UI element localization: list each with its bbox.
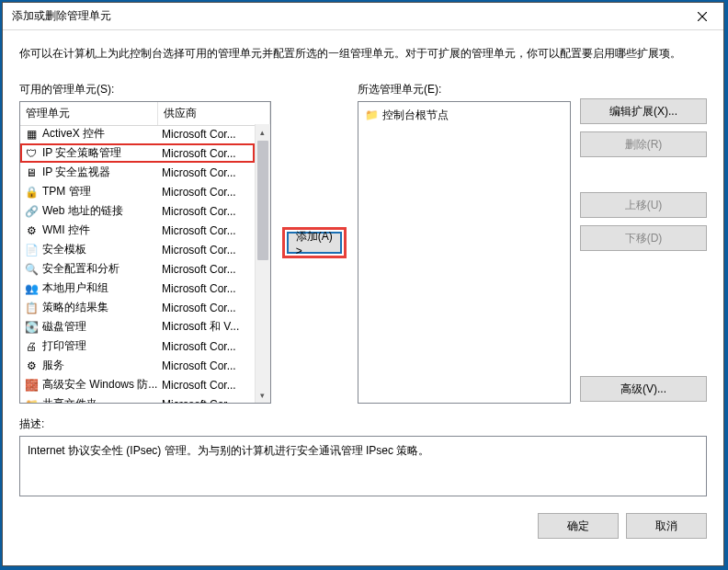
available-item[interactable]: 🔗Web 地址的链接Microsoft Cor...: [20, 201, 255, 221]
item-vendor: Microsoft Cor...: [158, 128, 255, 141]
item-vendor: Microsoft Cor...: [158, 302, 255, 314]
item-vendor: Microsoft Cor...: [158, 244, 255, 256]
tree-root-item[interactable]: 📁 控制台根节点: [364, 106, 564, 124]
item-name: 磁盘管理: [42, 319, 86, 335]
selected-label: 所选管理单元(E):: [358, 82, 571, 97]
item-name: 打印管理: [42, 338, 86, 354]
remove-button[interactable]: 删除(R): [580, 131, 707, 157]
item-name: Web 地址的链接: [42, 203, 123, 219]
ok-button[interactable]: 确定: [538, 513, 619, 539]
available-item[interactable]: 🧱高级安全 Windows 防...Microsoft Cor...: [20, 375, 255, 394]
item-name: 共享文件夹: [42, 396, 97, 403]
item-vendor: Microsoft Cor...: [158, 147, 255, 160]
item-name: 策略的结果集: [42, 300, 108, 315]
item-vendor: Microsoft Cor...: [158, 166, 255, 179]
monitor-icon: 🖥: [24, 165, 39, 180]
titlebar: 添加或删除管理单元: [3, 3, 723, 30]
available-item[interactable]: 📋策略的结果集Microsoft Cor...: [20, 298, 255, 317]
available-item[interactable]: 🖨打印管理Microsoft Cor...: [20, 336, 255, 356]
available-item[interactable]: 🛡IP 安全策略管理Microsoft Cor...: [20, 143, 255, 163]
edit-extensions-button[interactable]: 编辑扩展(X)...: [580, 98, 707, 124]
available-label: 可用的管理单元(S):: [19, 82, 271, 97]
available-item[interactable]: ▦ActiveX 控件Microsoft Cor...: [20, 124, 255, 143]
selected-listbox[interactable]: 📁 控制台根节点: [358, 101, 571, 404]
scroll-thumb[interactable]: [257, 141, 268, 260]
available-item[interactable]: 🖥IP 安全监视器Microsoft Cor...: [20, 163, 255, 182]
available-item[interactable]: 🔒TPM 管理Microsoft Cor...: [20, 182, 255, 201]
tree-root-label: 控制台根节点: [382, 108, 449, 123]
available-item[interactable]: 📄安全模板Microsoft Cor...: [20, 240, 255, 259]
item-vendor: Microsoft Cor...: [158, 224, 255, 237]
window-title: 添加或删除管理单元: [12, 8, 681, 24]
item-name: 安全模板: [42, 242, 86, 257]
available-listbox[interactable]: 管理单元 供应商 ▦ActiveX 控件Microsoft Cor...🛡IP …: [19, 101, 271, 404]
item-vendor: Microsoft Cor...: [158, 282, 255, 295]
shield-icon: 🛡: [24, 146, 39, 161]
available-item[interactable]: 🔍安全配置和分析Microsoft Cor...: [20, 259, 255, 279]
move-down-button[interactable]: 下移(D): [580, 225, 707, 251]
firewall-icon: 🧱: [24, 378, 39, 393]
services-icon: ⚙: [24, 359, 39, 373]
item-vendor: Microsoft Cor...: [158, 379, 255, 392]
item-name: IP 安全监视器: [42, 165, 110, 180]
close-button[interactable]: [681, 3, 723, 30]
item-vendor: Microsoft Cor...: [158, 263, 255, 276]
item-vendor: Microsoft Cor...: [158, 205, 255, 218]
description-label: 描述:: [19, 416, 707, 432]
item-vendor: Microsoft Cor...: [158, 340, 255, 353]
item-name: 高级安全 Windows 防...: [42, 377, 157, 393]
item-vendor: Microsoft 和 V...: [158, 319, 255, 335]
scrollbar[interactable]: ▴ ▾: [255, 124, 270, 403]
item-vendor: Microsoft Cor...: [158, 186, 255, 199]
description-text: Internet 协议安全性 (IPsec) 管理。为与别的计算机进行安全通讯管…: [28, 444, 429, 457]
scroll-up-button[interactable]: ▴: [256, 124, 270, 140]
item-name: 安全配置和分析: [42, 261, 119, 277]
item-name: ActiveX 控件: [42, 126, 105, 142]
cancel-button[interactable]: 取消: [626, 513, 707, 539]
activex-icon: ▦: [24, 127, 39, 142]
move-up-button[interactable]: 上移(U): [580, 192, 707, 218]
folder-icon: 📁: [364, 108, 379, 122]
available-item[interactable]: 💽磁盘管理Microsoft 和 V...: [20, 317, 255, 336]
intro-text: 你可以在计算机上为此控制台选择可用的管理单元并配置所选的一组管理单元。对于可扩展…: [19, 45, 707, 62]
item-name: TPM 管理: [42, 184, 91, 200]
available-item[interactable]: 👥本地用户和组Microsoft Cor...: [20, 279, 255, 298]
dialog-window: 添加或删除管理单元 你可以在计算机上为此控制台选择可用的管理单元并配置所选的一组…: [2, 2, 724, 566]
disk-icon: 💽: [24, 320, 39, 335]
item-name: IP 安全策略管理: [42, 145, 121, 161]
scroll-down-button[interactable]: ▾: [256, 387, 270, 403]
analysis-icon: 🔍: [24, 262, 39, 277]
available-item[interactable]: 📁共享文件夹Microsoft Cor: [20, 394, 255, 403]
advanced-button[interactable]: 高级(V)...: [580, 376, 707, 402]
printer-icon: 🖨: [24, 339, 39, 354]
item-vendor: Microsoft Cor: [158, 398, 255, 404]
policy-icon: 📋: [24, 301, 39, 315]
add-button-highlight: 添加(A) >: [282, 227, 347, 258]
item-vendor: Microsoft Cor...: [158, 359, 255, 372]
list-header: 管理单元 供应商: [20, 102, 270, 126]
available-item[interactable]: ⚙服务Microsoft Cor...: [20, 356, 255, 375]
item-name: 本地用户和组: [42, 280, 108, 296]
item-name: 服务: [42, 358, 64, 373]
available-item[interactable]: ⚙WMI 控件Microsoft Cor...: [20, 221, 255, 240]
tpm-icon: 🔒: [24, 185, 39, 200]
col-snapin-header[interactable]: 管理单元: [20, 102, 158, 125]
col-vendor-header[interactable]: 供应商: [158, 102, 270, 125]
link-icon: 🔗: [24, 204, 39, 219]
gear-icon: ⚙: [24, 223, 39, 238]
folder-icon: 📁: [24, 397, 39, 404]
add-button[interactable]: 添加(A) >: [287, 232, 342, 254]
template-icon: 📄: [24, 243, 39, 257]
close-icon: [698, 12, 707, 21]
item-name: WMI 控件: [42, 222, 90, 238]
description-box: Internet 协议安全性 (IPsec) 管理。为与别的计算机进行安全通讯管…: [19, 436, 707, 496]
users-icon: 👥: [24, 281, 39, 296]
